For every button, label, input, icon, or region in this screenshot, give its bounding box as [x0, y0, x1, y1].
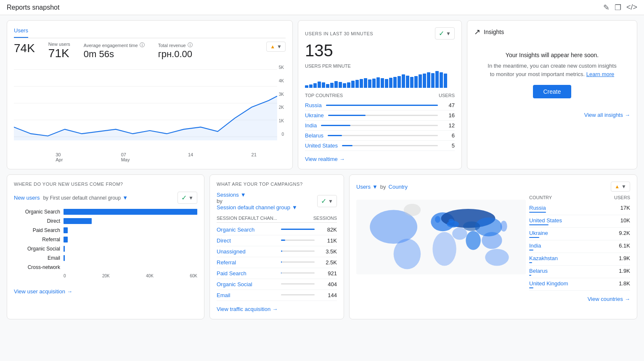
- mini-bar: [355, 80, 359, 88]
- share-icon[interactable]: ❐: [615, 3, 621, 12]
- hbar-axis-label: 60K: [190, 274, 197, 278]
- country-name[interactable]: Russia: [305, 102, 322, 108]
- geo-country-name[interactable]: Russia: [529, 205, 546, 211]
- realtime-status-btn[interactable]: ✓ ▼: [435, 27, 455, 40]
- hbar-row: Direct: [14, 218, 197, 224]
- sessions-dropdown[interactable]: Sessions ▼: [217, 192, 297, 198]
- hbar-label: Cross-network: [14, 264, 60, 270]
- country-name[interactable]: Belarus: [305, 132, 323, 139]
- learn-more-link[interactable]: Learn more: [586, 71, 614, 77]
- geo-country-cell: United States: [529, 217, 562, 225]
- col-session-label: SESSION DEFAULT CHAN...: [217, 216, 277, 221]
- engagement-label: Average engagement time ⓘ: [84, 42, 145, 49]
- revenue-info-icon[interactable]: ⓘ: [188, 42, 193, 49]
- camp-bar-bg: [281, 272, 315, 274]
- camp-value: 2.5K: [318, 259, 337, 266]
- mini-bar: [364, 78, 367, 88]
- geo-country-name[interactable]: Kazakhstan: [529, 255, 558, 261]
- geo-row: Ukraine 9.2K: [529, 228, 630, 240]
- camp-value: 404: [318, 281, 337, 287]
- camp-name[interactable]: Direct: [217, 237, 278, 244]
- geo-country-name[interactable]: Ukraine: [529, 230, 548, 236]
- camp-name[interactable]: Unassigned: [217, 248, 278, 255]
- camp-name[interactable]: Organic Search: [217, 227, 278, 233]
- mini-bar: [414, 76, 418, 88]
- mini-bar: [431, 73, 435, 88]
- alert-button[interactable]: ▲ ▼: [266, 42, 286, 52]
- mini-bar-chart: [305, 71, 455, 88]
- users-col-label: USERS: [439, 93, 455, 98]
- camp-bar-fill: [281, 250, 282, 252]
- geo-country-name[interactable]: United States: [529, 217, 562, 224]
- mini-bar: [406, 76, 409, 88]
- realtime-number: 135: [305, 41, 455, 60]
- geo-country-cell: Ukraine: [529, 230, 548, 238]
- engagement-info-icon[interactable]: ⓘ: [140, 42, 145, 49]
- mini-bar: [360, 79, 363, 88]
- geo-users-dropdown[interactable]: Users ▼: [356, 184, 378, 190]
- metric-users: 74K: [14, 42, 35, 55]
- svg-point-13: [466, 231, 480, 250]
- mini-bar: [440, 72, 443, 88]
- camp-name[interactable]: Organic Social: [217, 281, 278, 287]
- check-icon: ✓: [439, 29, 444, 37]
- code-icon[interactable]: </>: [626, 3, 637, 12]
- acquisition-status-btn[interactable]: ✓ ▼: [178, 192, 197, 204]
- geo-row: Russia 17K: [529, 203, 630, 215]
- edit-icon[interactable]: ✎: [603, 3, 610, 12]
- country-name[interactable]: United States: [305, 142, 338, 149]
- svg-point-12: [452, 227, 467, 240]
- mini-bar: [347, 82, 350, 88]
- view-all-insights-link[interactable]: View all insights →: [474, 112, 630, 118]
- svg-point-16: [485, 249, 509, 266]
- geo-country-name[interactable]: India: [529, 242, 541, 249]
- camp-bar-bg: [281, 229, 315, 230]
- country-row: Russia 47: [305, 100, 455, 111]
- create-button[interactable]: Create: [533, 85, 571, 98]
- header-actions: ✎ ❐ </>: [603, 3, 637, 12]
- geo-card: Users ▼ by Country ▲ ▼: [349, 174, 637, 319]
- country-name[interactable]: Ukraine: [305, 112, 324, 119]
- view-traffic-link[interactable]: View traffic acquisition →: [217, 306, 337, 312]
- countries-header: TOP COUNTRIES USERS: [305, 93, 455, 98]
- view-countries-link[interactable]: View countries →: [356, 296, 630, 302]
- geo-value: 9.2K: [619, 230, 630, 238]
- chart-x-labels: 30Apr 07May 14 21: [14, 150, 286, 162]
- camp-value: 11K: [318, 237, 337, 244]
- geo-country-cell: Belarus: [529, 268, 548, 276]
- acquisition-dropdown[interactable]: New users by First user default channel …: [14, 195, 128, 201]
- mini-bar: [339, 82, 342, 88]
- geo-country-cell: Russia: [529, 205, 546, 213]
- country-bar: [328, 135, 342, 136]
- camp-name[interactable]: Referral: [217, 259, 278, 266]
- geo-bar-line: [529, 275, 531, 276]
- session-channel-dropdown[interactable]: Session default channel group ▼: [217, 204, 297, 211]
- geo-country-name[interactable]: United Kingdom: [529, 280, 568, 287]
- acquisition-card: WHERE DO YOUR NEW USERS COME FROM? New u…: [7, 174, 204, 319]
- country-name[interactable]: India: [305, 122, 317, 129]
- tab-users[interactable]: Users: [14, 27, 28, 38]
- camp-row: Unassigned 3.5K: [217, 246, 337, 257]
- svg-point-22: [448, 219, 454, 223]
- geo-country-dropdown[interactable]: Country: [389, 184, 408, 190]
- geo-country-name[interactable]: Belarus: [529, 268, 548, 274]
- campaigns-status-btn[interactable]: ✓ ▼: [317, 195, 337, 207]
- camp-bar-bg: [281, 240, 315, 241]
- mini-bar: [309, 84, 313, 88]
- insights-desc: In the meantime, you can create new cust…: [477, 62, 627, 78]
- camp-name[interactable]: Email: [217, 292, 278, 298]
- camp-row: Paid Search 921: [217, 268, 337, 279]
- view-realtime-link[interactable]: View realtime →: [305, 156, 455, 162]
- geo-table-header: COUNTRY USERS: [529, 195, 630, 200]
- campaigns-table-header: SESSION DEFAULT CHAN... SESSIONS: [217, 216, 337, 223]
- alert-dropdown-icon: ▼: [277, 44, 282, 50]
- engagement-value: 0m 56s: [84, 49, 145, 60]
- mini-bar: [330, 83, 334, 88]
- geo-alert-btn[interactable]: ▲ ▼: [611, 182, 630, 192]
- world-map: [356, 195, 526, 291]
- view-acquisition-link[interactable]: View user acquisition →: [14, 288, 197, 295]
- users-value: 74K: [14, 42, 35, 55]
- camp-name[interactable]: Paid Search: [217, 270, 278, 277]
- hbar-label: Direct: [14, 218, 60, 224]
- mini-bar: [385, 79, 388, 88]
